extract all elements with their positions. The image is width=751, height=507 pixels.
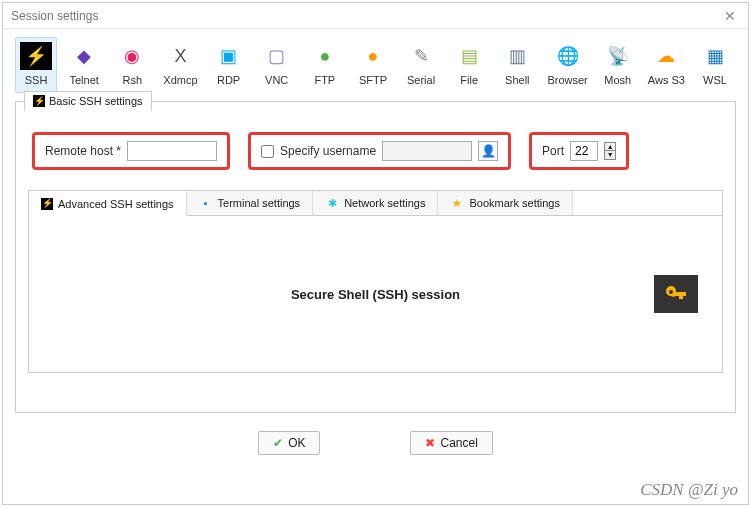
file-icon: ▤	[453, 42, 485, 70]
sub-settings-panel: ⚡Advanced SSH settings▪Terminal settings…	[28, 190, 723, 373]
remote-host-group: Remote host *	[32, 132, 230, 170]
sub-settings-tabs: ⚡Advanced SSH settings▪Terminal settings…	[29, 191, 722, 216]
lightning-icon: ⚡	[41, 198, 53, 210]
protocol-label: Aws S3	[648, 74, 685, 86]
rdp-icon: ▣	[213, 42, 245, 70]
subtab-advanced[interactable]: ⚡Advanced SSH settings	[29, 192, 187, 216]
network-icon: ✱	[325, 196, 339, 210]
port-input[interactable]	[570, 141, 598, 161]
protocol-label: WSL	[697, 74, 733, 86]
specify-username-label: Specify username	[280, 144, 376, 158]
protocol-label: Mosh	[600, 74, 636, 86]
terminal-icon: ▪	[199, 196, 213, 210]
session-title: Secure Shell (SSH) session	[291, 287, 460, 302]
remote-host-input[interactable]	[127, 141, 217, 161]
mosh-icon: 📡	[602, 42, 634, 70]
spinner-down-icon[interactable]: ▼	[605, 151, 615, 159]
protocol-label: Shell	[499, 74, 535, 86]
protocol-telnet[interactable]: ◆Telnet	[63, 37, 105, 93]
protocol-file[interactable]: ▤File	[448, 37, 490, 93]
ssh-icon: ⚡	[20, 42, 52, 70]
basic-ssh-tab[interactable]: ⚡ Basic SSH settings	[24, 91, 152, 111]
ftp-icon: ●	[309, 42, 341, 70]
protocol-label: Xdmcp	[162, 74, 198, 86]
close-icon[interactable]: ✕	[720, 8, 740, 24]
browser-icon: 🌐	[552, 42, 584, 70]
dialog-buttons: ✔ OK ✖ Cancel	[3, 421, 748, 467]
lightning-icon: ⚡	[33, 95, 45, 107]
protocol-label: Rsh	[114, 74, 150, 86]
titlebar: Session settings ✕	[3, 3, 748, 29]
cancel-label: Cancel	[440, 436, 477, 450]
cancel-button[interactable]: ✖ Cancel	[410, 431, 492, 455]
user-picker-button[interactable]: 👤	[478, 141, 498, 161]
protocol-label: Browser	[547, 74, 587, 86]
vnc-icon: ▢	[261, 42, 293, 70]
remote-host-label: Remote host *	[45, 144, 121, 158]
protocol-awss3[interactable]: ☁Aws S3	[645, 37, 688, 93]
protocol-vnc[interactable]: ▢VNC	[256, 37, 298, 93]
spinner-up-icon[interactable]: ▲	[605, 143, 615, 151]
shell-icon: ▥	[501, 42, 533, 70]
basic-tab-label: Basic SSH settings	[49, 95, 143, 107]
window-title: Session settings	[11, 9, 720, 23]
protocol-rdp[interactable]: ▣RDP	[208, 37, 250, 93]
port-spinner[interactable]: ▲▼	[604, 142, 616, 160]
basic-settings-panel: ⚡ Basic SSH settings Remote host * Speci…	[15, 101, 736, 413]
specify-username-checkbox[interactable]	[261, 145, 274, 158]
rsh-icon: ◉	[116, 42, 148, 70]
wsl-icon: ▦	[699, 42, 731, 70]
sftp-icon: ●	[357, 42, 389, 70]
protocol-toolbar: ⚡SSH◆Telnet◉RshXXdmcp▣RDP▢VNC●FTP●SFTP✎S…	[3, 29, 748, 97]
protocol-label: File	[451, 74, 487, 86]
protocol-ssh[interactable]: ⚡SSH	[15, 37, 57, 93]
subtab-bookmark[interactable]: ★Bookmark settings	[438, 191, 572, 215]
username-input[interactable]	[382, 141, 472, 161]
protocol-xdmcp[interactable]: XXdmcp	[159, 37, 201, 93]
awss3-icon: ☁	[650, 42, 682, 70]
port-label: Port	[542, 144, 564, 158]
protocol-wsl[interactable]: ▦WSL	[694, 37, 736, 93]
check-icon: ✔	[273, 436, 283, 450]
protocol-shell[interactable]: ▥Shell	[496, 37, 538, 93]
port-group: Port ▲▼	[529, 132, 629, 170]
protocol-sftp[interactable]: ●SFTP	[352, 37, 394, 93]
protocol-label: RDP	[211, 74, 247, 86]
watermark-text: CSDN @Zi yo	[640, 480, 738, 500]
ok-label: OK	[288, 436, 305, 450]
session-body: Secure Shell (SSH) session	[29, 216, 722, 372]
subtab-terminal[interactable]: ▪Terminal settings	[187, 191, 314, 215]
cancel-icon: ✖	[425, 436, 435, 450]
username-group: Specify username 👤	[248, 132, 511, 170]
protocol-label: FTP	[307, 74, 343, 86]
protocol-serial[interactable]: ✎Serial	[400, 37, 442, 93]
protocol-ftp[interactable]: ●FTP	[304, 37, 346, 93]
dialog-window: Session settings ✕ ⚡SSH◆Telnet◉RshXXdmcp…	[2, 2, 749, 505]
telnet-icon: ◆	[68, 42, 100, 70]
ok-button[interactable]: ✔ OK	[258, 431, 320, 455]
protocol-label: VNC	[259, 74, 295, 86]
xdmcp-icon: X	[164, 42, 196, 70]
key-icon	[654, 275, 698, 313]
subtab-label: Bookmark settings	[469, 197, 559, 209]
protocol-mosh[interactable]: 📡Mosh	[597, 37, 639, 93]
protocol-rsh[interactable]: ◉Rsh	[111, 37, 153, 93]
protocol-label: SFTP	[355, 74, 391, 86]
subtab-label: Advanced SSH settings	[58, 198, 174, 210]
subtab-label: Terminal settings	[218, 197, 301, 209]
basic-fields-row: Remote host * Specify username 👤 Port ▲▼	[16, 102, 735, 182]
serial-icon: ✎	[405, 42, 437, 70]
protocol-label: Serial	[403, 74, 439, 86]
protocol-browser[interactable]: 🌐Browser	[544, 37, 590, 93]
protocol-label: Telnet	[66, 74, 102, 86]
protocol-label: SSH	[18, 74, 54, 86]
bookmark-icon: ★	[450, 196, 464, 210]
subtab-network[interactable]: ✱Network settings	[313, 191, 438, 215]
subtab-label: Network settings	[344, 197, 425, 209]
